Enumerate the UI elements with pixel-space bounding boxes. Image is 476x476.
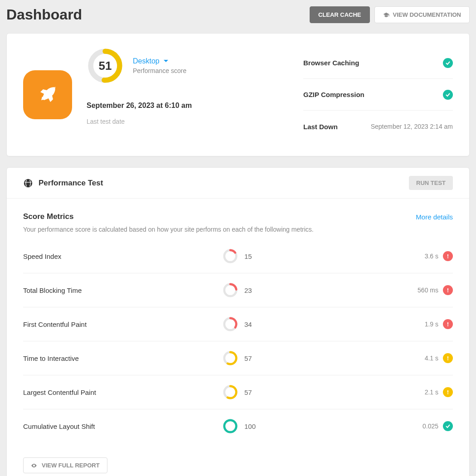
metric-value: 560 ms [418, 287, 438, 294]
metric-value-col: 0.025 [423, 421, 453, 431]
metric-score-value: 23 [244, 287, 252, 294]
metric-score: 23 [223, 282, 286, 298]
performance-header: Performance Test RUN TEST [7, 168, 469, 199]
score-ring: 51 [87, 47, 124, 84]
metric-row: Time to Interactive574.1 s [23, 341, 453, 375]
svg-rect-18 [447, 359, 448, 360]
site-logo [23, 47, 72, 142]
metric-score-value: 57 [244, 355, 252, 362]
metric-row: Cumulative Layout Shift1000.025 [23, 409, 453, 443]
metric-value: 2.1 s [425, 389, 438, 396]
score-column: 51 Desktop Performance score September 2… [87, 47, 192, 142]
graduation-cap-icon [383, 12, 389, 18]
metric-value-col: 4.1 s [425, 353, 453, 363]
page-title: Dashboard [6, 6, 82, 23]
metric-ring-icon [223, 384, 238, 400]
svg-rect-13 [447, 322, 448, 325]
status-label: Browser Caching [303, 59, 359, 67]
status-label: GZIP Compression [303, 91, 364, 98]
metric-name: Total Blocking Time [23, 287, 223, 294]
status-column: Browser Caching GZIP Compression Last Do… [303, 47, 453, 142]
alert-icon [443, 319, 453, 329]
status-label: Last Down [303, 123, 338, 131]
svg-rect-10 [447, 291, 448, 292]
test-date-sub: Last test date [87, 118, 192, 125]
status-browser-caching: Browser Caching [303, 47, 453, 79]
alert-icon [443, 251, 453, 261]
performance-card: Performance Test RUN TEST Score Metrics … [6, 167, 470, 476]
metric-name: Cumulative Layout Shift [23, 423, 223, 430]
metric-name: First Contentful Paint [23, 321, 223, 328]
metric-ring-icon [223, 316, 238, 332]
svg-rect-9 [447, 288, 448, 291]
score-metrics-title: Score Metrics [23, 212, 74, 221]
perf-label: Performance score [133, 67, 186, 74]
svg-point-24 [224, 420, 236, 432]
check-icon [443, 58, 453, 68]
metric-name: Time to Interactive [23, 355, 223, 362]
metric-value-col: 3.6 s [425, 251, 453, 261]
metric-score: 57 [223, 384, 286, 400]
chevron-down-icon [163, 58, 169, 64]
status-gzip: GZIP Compression [303, 79, 453, 111]
metric-score: 15 [223, 248, 286, 264]
bird-logo-icon [23, 70, 72, 119]
metric-value: 4.1 s [425, 355, 438, 362]
clear-cache-label: CLEAR CACHE [318, 11, 361, 18]
metric-score-value: 57 [244, 389, 252, 396]
metric-name: Speed Index [23, 253, 223, 260]
metric-value-col: 2.1 s [425, 387, 453, 397]
run-test-label: RUN TEST [416, 180, 446, 186]
svg-point-2 [24, 179, 32, 187]
metric-score-value: 15 [244, 253, 252, 260]
svg-rect-22 [447, 393, 448, 394]
metric-row: Largest Contentful Paint572.1 s [23, 375, 453, 409]
eye-icon [31, 462, 37, 469]
metric-value-col: 560 ms [418, 285, 453, 295]
device-label: Desktop [133, 57, 160, 65]
device-select[interactable]: Desktop [133, 57, 186, 65]
view-full-report-label: VIEW FULL REPORT [42, 462, 100, 469]
test-date: September 26, 2023 at 6:10 am [87, 102, 192, 110]
status-last-down: Last Down September 12, 2023 2:14 am [303, 111, 453, 142]
svg-rect-17 [447, 356, 448, 359]
metric-row: Speed Index153.6 s [23, 239, 453, 273]
view-documentation-label: VIEW DOCUMENTATION [393, 11, 461, 18]
alert-icon [443, 353, 453, 363]
section-title-text: Performance Test [39, 179, 103, 188]
check-icon [443, 421, 453, 431]
metric-name: Largest Contentful Paint [23, 389, 223, 396]
header-actions: CLEAR CACHE VIEW DOCUMENTATION [310, 6, 470, 23]
run-test-button[interactable]: RUN TEST [409, 176, 453, 190]
metric-value: 1.9 s [425, 321, 438, 328]
metric-value: 3.6 s [425, 253, 438, 260]
svg-rect-14 [447, 325, 448, 326]
metric-row: First Contentful Paint341.9 s [23, 307, 453, 341]
globe-icon [23, 178, 33, 188]
view-documentation-button[interactable]: VIEW DOCUMENTATION [374, 6, 470, 23]
score-metrics-desc: Your performance score is calculated bas… [23, 226, 453, 233]
metric-ring-icon [223, 350, 238, 366]
score-value: 51 [87, 47, 124, 84]
metric-ring-icon [223, 248, 238, 264]
alert-icon [443, 285, 453, 295]
overview-card: 51 Desktop Performance score September 2… [6, 33, 470, 156]
metric-ring-icon [223, 282, 238, 298]
metric-score-value: 100 [244, 423, 256, 430]
view-full-report-button[interactable]: VIEW FULL REPORT [23, 457, 107, 473]
metric-value-col: 1.9 s [425, 319, 453, 329]
metric-value: 0.025 [423, 423, 438, 430]
page-header: Dashboard CLEAR CACHE VIEW DOCUMENTATION [6, 6, 470, 23]
clear-cache-button[interactable]: CLEAR CACHE [310, 6, 370, 23]
check-icon [443, 90, 453, 100]
metrics-list: Speed Index153.6 sTotal Blocking Time235… [23, 239, 453, 443]
status-value: September 12, 2023 2:14 am [371, 123, 453, 130]
svg-rect-5 [447, 254, 448, 257]
svg-rect-21 [447, 390, 448, 393]
metric-score-value: 34 [244, 321, 252, 328]
more-details-link[interactable]: More details [416, 213, 453, 221]
metric-score: 100 [223, 418, 286, 434]
metric-ring-icon [223, 418, 238, 434]
metric-row: Total Blocking Time23560 ms [23, 273, 453, 307]
alert-icon [443, 387, 453, 397]
